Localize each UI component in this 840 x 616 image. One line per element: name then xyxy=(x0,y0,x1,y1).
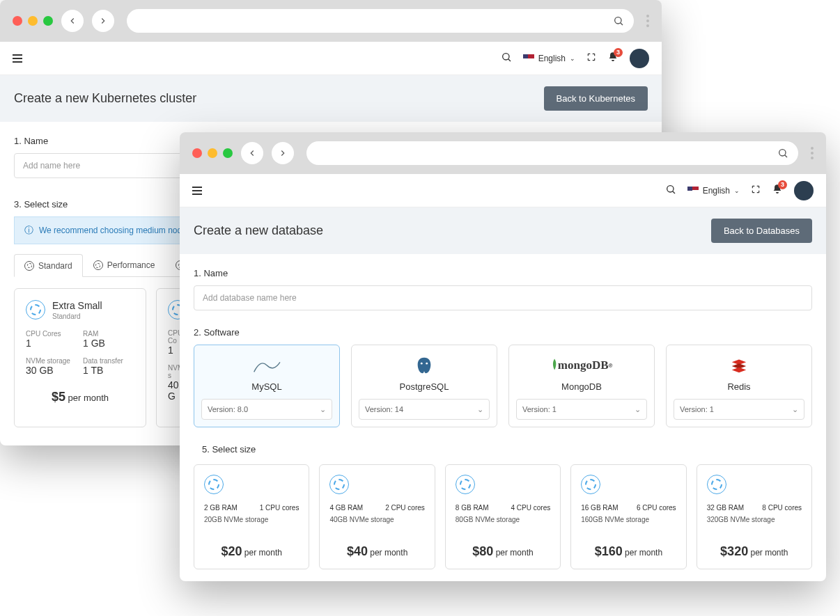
fullscreen-button[interactable] xyxy=(586,52,596,65)
svg-point-8 xyxy=(421,363,423,365)
url-bar[interactable] xyxy=(306,141,798,165)
software-name: Redis xyxy=(674,381,804,392)
gauge-icon xyxy=(93,260,103,270)
back-to-databases-button[interactable]: Back to Databases xyxy=(711,219,812,243)
spec-cpu: 6 CPU cores xyxy=(637,504,676,512)
spec-storage: 80GB NVMe storage xyxy=(456,516,550,523)
spec-ram: 4 GB RAM xyxy=(329,504,363,512)
browser-menu-icon[interactable] xyxy=(811,147,814,159)
size-card-xs[interactable]: Extra SmallStandard CPU Cores1 RAM1 GB N… xyxy=(14,288,146,427)
version-label: Version: 8.0 xyxy=(208,405,248,413)
step-name-label: 1. Name xyxy=(194,268,812,278)
software-name: PostgreSQL xyxy=(359,381,490,392)
version-select[interactable]: Version: 1 xyxy=(674,399,804,420)
redis-icon xyxy=(674,355,804,376)
forward-button[interactable] xyxy=(272,142,294,164)
software-card-redis[interactable]: Redis Version: 1 xyxy=(666,345,812,427)
spec-cpu: 4 CPU cores xyxy=(511,504,551,512)
version-label: Version: 14 xyxy=(365,405,403,413)
close-icon[interactable] xyxy=(13,16,22,26)
gear-icon xyxy=(24,261,34,271)
price: $40 per month xyxy=(329,544,424,559)
spec-ram: 16 GB RAM xyxy=(581,504,618,512)
version-select[interactable]: Version: 8.0 xyxy=(201,399,332,420)
avatar[interactable] xyxy=(630,49,649,68)
db-size-card[interactable]: 2 GB RAM1 CPU cores 20GB NVMe storage $2… xyxy=(194,464,309,569)
price: $160 per month xyxy=(581,544,676,559)
browser-chrome xyxy=(180,132,826,174)
maximize-icon[interactable] xyxy=(223,148,233,158)
software-card-mongodb[interactable]: mongoDB® MongoDB Version: 1 xyxy=(508,345,655,427)
back-button[interactable] xyxy=(61,10,84,32)
db-size-card[interactable]: 32 GB RAM8 CPU cores 320GB NVMe storage … xyxy=(697,464,812,569)
spec-ram: 32 GB RAM xyxy=(707,504,744,512)
url-bar[interactable] xyxy=(127,9,634,33)
software-name: MySQL xyxy=(201,381,332,392)
mongodb-icon: mongoDB® xyxy=(516,355,647,376)
db-size-card[interactable]: 8 GB RAM4 CPU cores 80GB NVMe storage $8… xyxy=(445,464,561,569)
search-button[interactable] xyxy=(501,52,512,65)
spec-storage: 20GB NVMe storage xyxy=(204,516,299,523)
software-card-postgresql[interactable]: PostgreSQL Version: 14 xyxy=(351,345,497,427)
app-topbar: English⌄ 3 xyxy=(0,42,662,75)
minimize-icon[interactable] xyxy=(28,16,38,26)
price: $80 per month xyxy=(456,544,550,559)
notifications-button[interactable]: 3 xyxy=(607,52,619,65)
page-title: Create a new Kubernetes cluster xyxy=(14,91,196,106)
mysql-icon xyxy=(201,355,332,376)
language-selector[interactable]: English⌄ xyxy=(687,186,740,196)
avatar[interactable] xyxy=(794,181,814,200)
spec-storage: 160GB NVMe storage xyxy=(581,516,676,523)
close-icon[interactable] xyxy=(192,148,202,158)
notifications-button[interactable]: 3 xyxy=(772,184,783,198)
tab-standard[interactable]: Standard xyxy=(14,254,83,277)
svg-point-2 xyxy=(502,53,508,59)
version-select[interactable]: Version: 1 xyxy=(516,399,647,420)
step-size-label: 5. Select size xyxy=(202,444,812,455)
spec-label: CPU Cores xyxy=(26,330,77,338)
price: $320 per month xyxy=(707,544,802,559)
price: $20 per month xyxy=(204,544,299,559)
svg-point-4 xyxy=(779,150,786,156)
language-label: English xyxy=(703,186,730,196)
language-selector[interactable]: English⌄ xyxy=(523,54,575,63)
page-title: Create a new database xyxy=(194,223,323,238)
search-button[interactable] xyxy=(665,184,676,198)
node-icon xyxy=(456,475,475,494)
node-icon xyxy=(707,475,726,494)
spec-storage: 40GB NVMe storage xyxy=(329,516,424,523)
db-name-input[interactable]: Add database name here xyxy=(194,285,812,310)
minimize-icon[interactable] xyxy=(208,148,217,158)
db-size-card[interactable]: 4 GB RAM2 CPU cores 40GB NVMe storage $4… xyxy=(319,464,435,569)
maximize-icon[interactable] xyxy=(43,16,53,26)
spec-ram: 2 GB RAM xyxy=(204,504,238,512)
app-topbar: English⌄ 3 xyxy=(180,174,826,207)
version-label: Version: 1 xyxy=(522,405,557,413)
db-size-card[interactable]: 16 GB RAM6 CPU cores 160GB NVMe storage … xyxy=(570,464,686,569)
fullscreen-button[interactable] xyxy=(751,184,761,197)
spec-cpu: 1 CPU cores xyxy=(260,504,300,512)
spec-storage: 320GB NVMe storage xyxy=(707,516,802,523)
version-select[interactable]: Version: 14 xyxy=(359,399,490,420)
spec-value: 1 GB xyxy=(83,338,134,349)
node-icon xyxy=(26,300,45,319)
page-header: Create a new database Back to Databases xyxy=(180,207,826,254)
back-to-kubernetes-button[interactable]: Back to Kubernetes xyxy=(544,86,648,111)
svg-line-5 xyxy=(785,155,787,157)
tab-performance[interactable]: Performance xyxy=(83,254,166,276)
version-label: Version: 1 xyxy=(680,405,714,413)
size-name: Extra Small xyxy=(52,300,102,311)
menu-icon[interactable] xyxy=(13,54,22,63)
language-label: English xyxy=(538,54,566,63)
svg-line-1 xyxy=(621,23,623,25)
menu-icon[interactable] xyxy=(192,187,202,195)
tab-label: Performance xyxy=(107,260,155,270)
spec-label: NVMe storage xyxy=(26,357,77,365)
svg-line-7 xyxy=(672,191,674,193)
spec-value: 30 GB xyxy=(26,365,77,376)
forward-button[interactable] xyxy=(92,10,114,32)
browser-menu-icon[interactable] xyxy=(646,15,649,27)
software-card-mysql[interactable]: MySQL Version: 8.0 xyxy=(194,345,340,427)
back-button[interactable] xyxy=(241,142,263,164)
flag-icon xyxy=(523,54,534,62)
